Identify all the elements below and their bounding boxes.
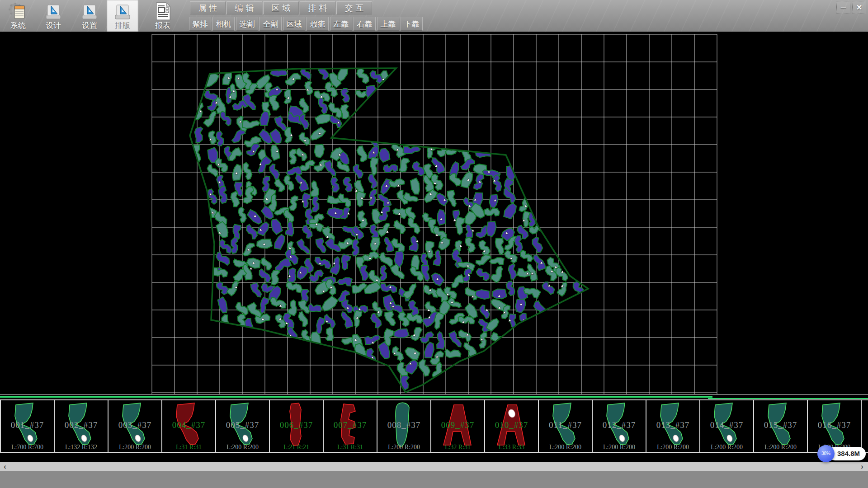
nav-label: 报表 bbox=[148, 20, 177, 31]
piece-shape bbox=[117, 401, 153, 451]
status-badge: 384.8M 38% bbox=[817, 445, 867, 463]
drafting-triangle-icon bbox=[39, 1, 68, 21]
thumbnail-cell-12[interactable]: 012_#37L:200 R:200 bbox=[592, 399, 646, 453]
thumbnail-cell-6[interactable]: 006_#37L:21 R:21 bbox=[269, 399, 324, 453]
tool-button-9[interactable]: 上靠 bbox=[377, 17, 399, 31]
drafting-triangle-icon bbox=[107, 1, 138, 21]
piece-shape bbox=[494, 401, 530, 451]
thumbnail-cell-13[interactable]: 013_#37L:200 R:200 bbox=[646, 399, 700, 453]
scroll-right-icon[interactable]: › bbox=[857, 462, 867, 471]
tool-button-6[interactable]: 瑕疵 bbox=[307, 17, 329, 31]
piece-shape bbox=[171, 401, 207, 451]
piece-shape bbox=[547, 401, 584, 451]
piece-shape bbox=[601, 401, 637, 451]
thumbnail-cell-11[interactable]: 011_#37L:200 R:200 bbox=[538, 399, 593, 453]
menu-tab-1[interactable]: 属性 bbox=[190, 1, 226, 14]
piece-shape bbox=[9, 401, 46, 451]
thumbnail-cell-2[interactable]: 002_#37L:132 R:132 bbox=[54, 399, 108, 453]
piece-shape bbox=[386, 401, 422, 451]
progress-indicator: 38% bbox=[817, 445, 835, 462]
piece-shape bbox=[655, 401, 691, 451]
nav-label: 排版 bbox=[107, 20, 138, 31]
application-window: 系统设计设置排版报表 属性编辑区域排料交互 聚排相机选割全割区域瑕疵左靠右靠上靠… bbox=[0, 0, 868, 488]
nav-button-2[interactable]: 设计 bbox=[39, 0, 68, 32]
nav-label: 系统 bbox=[4, 20, 33, 31]
piece-shape bbox=[225, 401, 261, 451]
menu-tab-4[interactable]: 排料 bbox=[300, 1, 335, 14]
thumbnail-cell-5[interactable]: 005_#37L:200 R:200 bbox=[215, 399, 270, 453]
nav-button-1[interactable]: 系统 bbox=[4, 0, 33, 32]
nested-pieces[interactable] bbox=[190, 66, 585, 392]
close-button[interactable]: ✕ bbox=[852, 1, 866, 14]
nav-label: 设置 bbox=[75, 20, 104, 31]
system-gear-doc-icon bbox=[4, 1, 33, 21]
nav-button-3[interactable]: 设置 bbox=[75, 0, 104, 32]
drafting-triangle-icon bbox=[75, 1, 104, 21]
thumbnail-cell-15[interactable]: 015_#37L:200 R:200 bbox=[753, 399, 808, 453]
grid-lines bbox=[152, 34, 717, 394]
tool-button-8[interactable]: 右靠 bbox=[354, 17, 376, 31]
piece-thumbnail-strip: 001_#37L:700 R:700002_#37L:132 R:132003_… bbox=[0, 399, 868, 453]
main-toolbar: 系统设计设置排版报表 属性编辑区域排料交互 聚排相机选割全割区域瑕疵左靠右靠上靠… bbox=[0, 0, 868, 32]
piece-id-label: 017_#37 bbox=[862, 420, 868, 430]
thumbnail-cell-3[interactable]: 003_#37L:200 R:200 bbox=[108, 399, 162, 453]
tool-button-2[interactable]: 相机 bbox=[212, 17, 235, 31]
window-controls: ─✕ bbox=[836, 1, 866, 14]
report-document-icon bbox=[148, 1, 177, 21]
tool-button-1[interactable]: 聚排 bbox=[189, 17, 211, 31]
menu-tab-2[interactable]: 编辑 bbox=[226, 1, 262, 14]
minimize-button[interactable]: ─ bbox=[836, 1, 850, 14]
thumbnail-cell-9[interactable]: 009_#37L:32 R:31 bbox=[430, 399, 485, 453]
strip-separator-line-right bbox=[708, 398, 868, 399]
status-bar bbox=[0, 471, 868, 488]
thumbnail-cell-14[interactable]: 014_#37L:200 R:200 bbox=[699, 399, 754, 453]
strip-separator-line bbox=[0, 396, 712, 398]
tool-button-7[interactable]: 左靠 bbox=[330, 17, 352, 31]
piece-shape bbox=[709, 401, 745, 451]
tool-button-row: 聚排相机选割全割区域瑕疵左靠右靠上靠下靠 bbox=[189, 17, 423, 31]
horizontal-scrollbar[interactable]: ‹ › bbox=[0, 462, 868, 471]
tool-button-4[interactable]: 全割 bbox=[259, 17, 282, 31]
piece-shape bbox=[278, 401, 315, 451]
thumbnail-cell-4[interactable]: 004_#37L:31 R:31 bbox=[161, 399, 216, 453]
menu-tab-row: 属性编辑区域排料交互 bbox=[190, 1, 372, 14]
thumbnail-cell-1[interactable]: 001_#37L:700 R:700 bbox=[0, 399, 55, 453]
scroll-left-icon[interactable]: ‹ bbox=[0, 462, 10, 471]
tool-button-5[interactable]: 区域 bbox=[283, 17, 305, 31]
thumbnail-cell-8[interactable]: 008_#37L:200 R:200 bbox=[377, 399, 431, 453]
tool-button-10[interactable]: 下靠 bbox=[401, 17, 423, 31]
piece-shape bbox=[440, 401, 476, 451]
menu-tab-3[interactable]: 区域 bbox=[263, 1, 299, 14]
menu-tab-5[interactable]: 交互 bbox=[336, 1, 372, 14]
nav-button-5[interactable]: 报表 bbox=[148, 0, 177, 32]
nav-label: 设计 bbox=[39, 20, 68, 31]
piece-shape bbox=[816, 401, 853, 451]
piece-shape bbox=[763, 401, 799, 451]
piece-shape bbox=[63, 401, 99, 451]
piece-shape bbox=[332, 401, 368, 451]
tool-button-3[interactable]: 选割 bbox=[236, 17, 258, 31]
nav-button-4[interactable]: 排版 bbox=[107, 0, 138, 32]
thumbnail-cell-7[interactable]: 007_#37L:31 R:31 bbox=[323, 399, 377, 453]
thumbnail-cell-10[interactable]: 010_#37L:33 R:33 bbox=[484, 399, 539, 453]
